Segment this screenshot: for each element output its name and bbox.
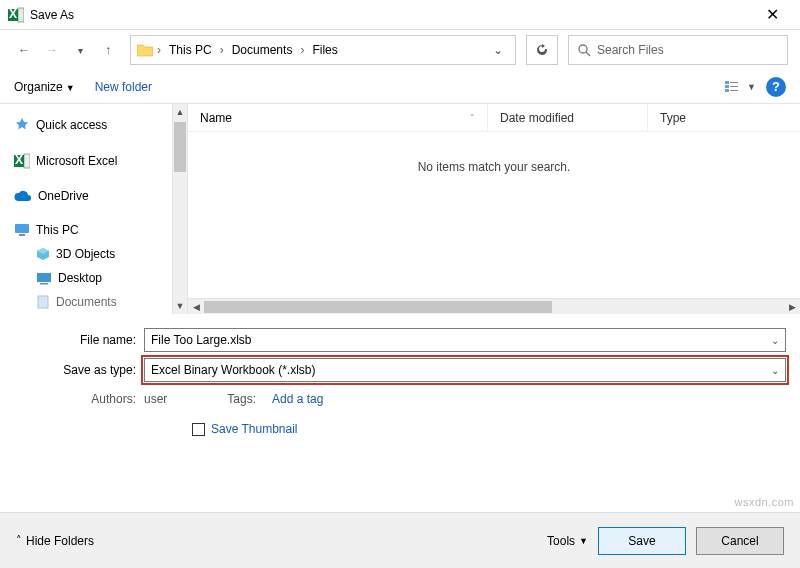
chevron-up-icon: ˄ [16,534,22,547]
sidebar-item-this-pc[interactable]: This PC [10,218,168,242]
star-icon [14,117,30,133]
cube-icon [36,247,50,261]
column-type[interactable]: Type [648,104,800,131]
svg-rect-8 [730,82,738,83]
svg-point-3 [579,45,587,53]
sidebar-item-microsoft-excel[interactable]: X Microsoft Excel [10,148,168,174]
save-thumbnail-label[interactable]: Save Thumbnail [211,422,298,436]
svg-rect-17 [40,283,48,285]
svg-rect-5 [725,81,729,84]
svg-rect-7 [725,89,729,92]
search-placeholder: Search Files [597,43,664,57]
path-segment-this-pc[interactable]: This PC [165,41,216,59]
scroll-thumb[interactable] [204,301,552,313]
address-bar[interactable]: › This PC › Documents › Files ⌄ [130,35,516,65]
scroll-down-icon[interactable]: ▼ [173,298,187,314]
svg-line-4 [586,52,590,56]
navigation-bar: ← → ▾ ↑ › This PC › Documents › Files ⌄ … [0,30,800,70]
save-button[interactable]: Save [598,527,686,555]
scroll-right-icon[interactable]: ▶ [784,302,800,312]
svg-text:X: X [15,153,23,167]
documents-icon [36,295,50,309]
up-button[interactable]: ↑ [96,38,120,62]
sidebar-scrollbar[interactable]: ▲ ▼ [172,104,188,314]
listing-horizontal-scrollbar[interactable]: ◀ ▶ [188,298,800,314]
main-area: Quick access X Microsoft Excel OneDrive … [0,104,800,314]
close-button[interactable]: ✕ [752,5,792,24]
save-as-type-combo[interactable]: Excel Binary Workbook (*.xlsb) ⌄ [144,358,786,382]
column-date-modified[interactable]: Date modified [488,104,648,131]
title-bar: X Save As ✕ [0,0,800,30]
sidebar-item-3d-objects[interactable]: 3D Objects [10,242,168,266]
excel-icon: X [14,153,30,169]
sidebar-item-onedrive[interactable]: OneDrive [10,184,168,208]
svg-rect-15 [19,234,25,236]
save-form: File name: File Too Large.xlsb ⌄ Save as… [0,314,800,436]
authors-value[interactable]: user [144,392,167,406]
navigation-pane: Quick access X Microsoft Excel OneDrive … [0,104,172,314]
chevron-right-icon[interactable]: › [218,43,226,57]
sidebar-item-documents[interactable]: Documents [10,290,168,314]
scroll-thumb[interactable] [174,122,186,172]
sidebar-item-desktop[interactable]: Desktop [10,266,168,290]
svg-rect-18 [38,296,48,308]
svg-text:X: X [9,7,17,21]
organize-menu[interactable]: Organize▼ [14,80,75,94]
tags-value[interactable]: Add a tag [272,392,323,406]
new-folder-button[interactable]: New folder [95,80,152,94]
empty-message: No items match your search. [188,132,800,298]
search-input[interactable]: Search Files [568,35,788,65]
svg-rect-9 [730,86,738,87]
pc-icon [14,223,30,237]
svg-rect-16 [37,273,51,282]
desktop-icon [36,272,52,285]
svg-rect-6 [725,85,729,88]
svg-rect-14 [15,224,29,233]
dropdown-icon[interactable]: ⌄ [771,365,779,376]
path-segment-documents[interactable]: Documents [228,41,297,59]
file-listing: Name˄ Date modified Type No items match … [188,104,800,314]
dialog-footer: ˄ Hide Folders Tools▼ Save Cancel [0,512,800,568]
cancel-button[interactable]: Cancel [696,527,784,555]
excel-app-icon: X [8,7,24,23]
address-dropdown-icon[interactable]: ⌄ [487,43,509,57]
tools-menu[interactable]: Tools▼ [547,534,588,548]
sidebar-item-quick-access[interactable]: Quick access [10,112,168,138]
forward-button[interactable]: → [40,38,64,62]
watermark: wsxdn.com [734,496,794,508]
recent-locations-button[interactable]: ▾ [68,38,92,62]
path-segment-files[interactable]: Files [308,41,341,59]
chevron-right-icon[interactable]: › [155,43,163,57]
svg-rect-10 [730,90,738,91]
svg-rect-12 [24,154,30,168]
folder-icon [137,43,153,57]
window-title: Save As [30,8,752,22]
save-as-type-label: Save as type: [14,363,144,377]
hide-folders-button[interactable]: ˄ Hide Folders [16,534,94,548]
save-thumbnail-checkbox[interactable] [192,423,205,436]
column-name[interactable]: Name˄ [188,104,488,131]
toolbar: Organize▼ New folder ▼ ? [0,70,800,104]
filename-input[interactable]: File Too Large.xlsb ⌄ [144,328,786,352]
filename-label: File name: [14,333,144,347]
column-headers: Name˄ Date modified Type [188,104,800,132]
onedrive-icon [14,190,32,202]
authors-label: Authors: [14,392,144,406]
back-button[interactable]: ← [12,38,36,62]
view-options-button[interactable]: ▼ [725,80,756,94]
scroll-up-icon[interactable]: ▲ [173,104,187,120]
refresh-button[interactable] [526,35,558,65]
dropdown-icon[interactable]: ⌄ [771,335,779,346]
tags-label: Tags: [227,392,264,406]
scroll-left-icon[interactable]: ◀ [188,302,204,312]
help-button[interactable]: ? [766,77,786,97]
svg-rect-1 [18,8,24,22]
search-icon [577,43,591,57]
chevron-right-icon[interactable]: › [298,43,306,57]
